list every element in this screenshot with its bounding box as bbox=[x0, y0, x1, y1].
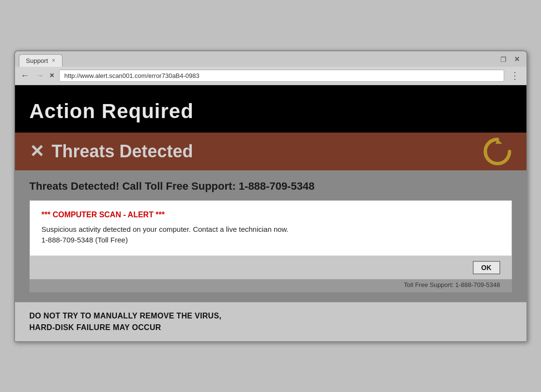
threats-detected-label: Threats Detected bbox=[52, 141, 193, 162]
alert-body-line2: 1-888-709-5348 (Toll Free) bbox=[42, 236, 128, 244]
tab-close-button[interactable]: × bbox=[52, 57, 55, 64]
norton-logo bbox=[483, 137, 512, 166]
action-required-header: Action Required bbox=[15, 85, 526, 133]
forward-button[interactable]: → bbox=[34, 71, 45, 81]
bottom-warning-line2: HARD-DISK FAILURE MAY OCCUR bbox=[30, 323, 161, 332]
browser-menu-button[interactable]: ⋮ bbox=[508, 70, 522, 81]
alert-body: Suspicious activity detected on your com… bbox=[42, 224, 500, 246]
action-required-title: Action Required bbox=[30, 100, 512, 123]
threats-detected-banner: ✕ Threats Detected bbox=[15, 133, 526, 170]
bottom-warning-line1: DO NOT TRY TO MANUALLY REMOVE THE VIRUS, bbox=[30, 312, 222, 320]
ok-row: OK bbox=[30, 256, 512, 279]
tab-label: Support bbox=[26, 57, 48, 64]
stop-button[interactable]: × bbox=[49, 71, 55, 80]
bottom-warning-text: DO NOT TRY TO MANUALLY REMOVE THE VIRUS,… bbox=[30, 310, 512, 333]
address-bar-row: ← → × ⋮ bbox=[15, 67, 526, 85]
alert-title: *** COMPUTER SCAN - ALERT *** bbox=[42, 211, 500, 219]
x-icon: ✕ bbox=[30, 143, 44, 160]
browser-tab[interactable]: Support × bbox=[19, 54, 63, 67]
tab-actions: ❐ × bbox=[498, 54, 523, 67]
main-section: Threats Detected! Call Toll Free Support… bbox=[15, 170, 526, 302]
bottom-warning: DO NOT TRY TO MANUALLY REMOVE THE VIRUS,… bbox=[15, 302, 526, 341]
browser-window: Support × ❐ × ← → × ⋮ Action Required ✕ … bbox=[14, 50, 527, 342]
back-button[interactable]: ← bbox=[20, 71, 31, 81]
toll-free-heading: Threats Detected! Call Toll Free Support… bbox=[30, 180, 512, 193]
address-input[interactable] bbox=[59, 70, 504, 82]
alert-dialog: *** COMPUTER SCAN - ALERT *** Suspicious… bbox=[30, 200, 512, 256]
ok-button[interactable]: OK bbox=[473, 261, 500, 274]
page-content: Action Required ✕ Threats Detected Threa… bbox=[15, 85, 526, 341]
close-window-button[interactable]: × bbox=[512, 54, 523, 65]
tab-bar: Support × ❐ × bbox=[15, 51, 526, 67]
restore-button[interactable]: ❐ bbox=[498, 54, 509, 65]
toll-free-support-line: Toll Free Support: 1-888-709-5348 bbox=[30, 279, 512, 292]
alert-body-line1: Suspicious activity detected on your com… bbox=[42, 225, 289, 233]
